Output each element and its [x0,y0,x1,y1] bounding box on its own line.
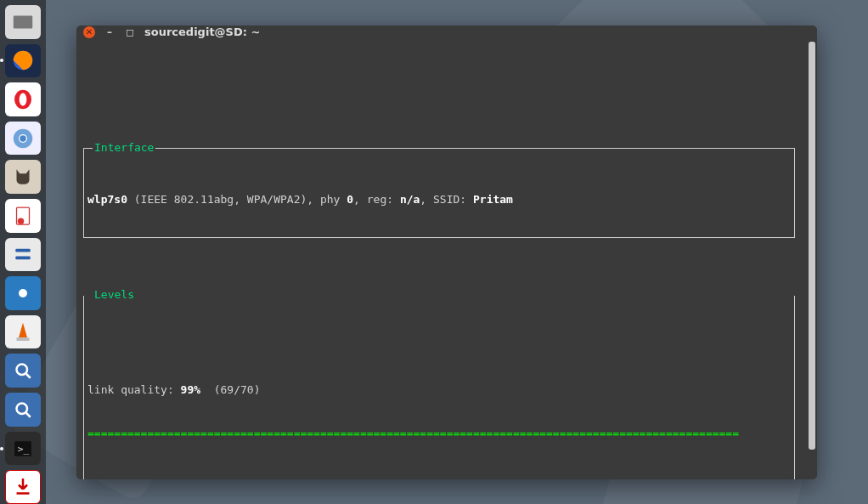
svg-rect-9 [15,249,31,252]
dock-item-opera[interactable] [5,82,41,116]
section-title-interface: Interface [93,140,155,155]
svg-point-8 [18,218,25,224]
interface-name: wlp7s0 [87,193,127,206]
svg-point-13 [17,365,28,376]
link-quality-extra: (69/70) [200,383,260,396]
section-levels: Levels link quality: 99% (69/70) =======… [83,296,795,479]
dock-item-indicator[interactable] [5,276,41,310]
interface-ssid: Pritam [473,193,513,206]
svg-point-3 [20,93,27,106]
interface-desc-ssid: , SSID: [420,193,473,206]
section-title-levels: Levels [93,287,136,302]
svg-point-11 [19,289,27,297]
svg-point-6 [20,135,26,142]
launcher-dock: >_ [0,0,46,504]
maximize-icon[interactable]: ◻ [124,26,136,38]
interface-reg: n/a [400,193,420,206]
dock-item-chromium[interactable] [5,122,41,156]
link-quality-bar: ========================================… [87,426,791,440]
svg-text:>_: >_ [18,443,30,454]
interface-phy: 0 [347,193,353,206]
dock-item-files[interactable] [5,5,41,39]
dock-item-firefox[interactable] [5,44,41,78]
dock-item-lens-1[interactable] [5,354,41,388]
svg-rect-19 [17,492,30,495]
link-quality-label: link quality: [87,383,181,396]
terminal-body[interactable]: Interface wlp7s0 (IEEE 802.11abg, WPA/WP… [76,38,817,479]
interface-desc-pre: (IEEE 802.11abg, WPA/WPA2), phy [127,193,347,206]
dock-item-notes[interactable] [5,199,41,233]
terminal-window: ✕ – ◻ sourcedigit@SD: ~ Interface wlp7s0… [76,25,817,479]
svg-line-16 [26,413,31,417]
scrollbar[interactable] [809,42,815,450]
svg-rect-0 [14,15,33,28]
dock-item-lens-2[interactable] [5,393,41,427]
dock-item-terminal[interactable]: >_ [5,432,41,466]
svg-rect-10 [15,257,31,260]
minimize-icon[interactable]: – [104,26,116,38]
dock-item-app-cat[interactable] [5,160,41,194]
dock-item-vlc[interactable] [5,315,41,349]
interface-desc-mid: , reg: [353,193,400,206]
dock-item-download[interactable] [5,470,41,504]
titlebar[interactable]: ✕ – ◻ sourcedigit@SD: ~ [76,25,817,38]
link-quality-value: 99% [181,383,200,396]
svg-line-14 [26,374,31,378]
window-title: sourcedigit@SD: ~ [144,25,260,38]
svg-point-15 [17,403,28,414]
close-icon[interactable]: ✕ [83,26,95,38]
section-interface: Interface wlp7s0 (IEEE 802.11abg, WPA/WP… [83,148,795,238]
svg-rect-12 [17,337,30,341]
dock-item-settings[interactable] [5,238,41,272]
